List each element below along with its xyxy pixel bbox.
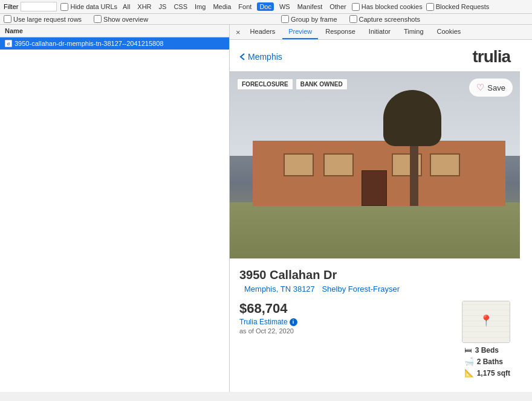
- property-image: FORECLOSURE BANK OWNED ♡ Save: [230, 71, 520, 258]
- close-detail-btn[interactable]: ×: [233, 26, 243, 39]
- property-badges: FORECLOSURE BANK OWNED: [237, 79, 348, 90]
- house-window-4: [430, 153, 460, 176]
- trulia-logo: trulia: [473, 47, 510, 66]
- large-rows-label[interactable]: Use large request rows: [4, 15, 82, 23]
- panel-header: Name: [0, 25, 229, 37]
- filter-doc-btn[interactable]: Doc: [257, 2, 274, 11]
- hide-data-urls-label[interactable]: Hide data URLs: [60, 3, 117, 11]
- filter-label: Filter: [4, 3, 18, 10]
- tabs-bar: × Headers Preview Response Initiator Tim…: [230, 25, 532, 40]
- bed-icon: 🛏: [464, 345, 472, 354]
- left-panel: Name d 3950-callahan-dr-memphis-tn-38127…: [0, 25, 230, 392]
- has-blocked-cookies-label[interactable]: Has blocked cookies: [352, 3, 423, 11]
- filter-font-btn[interactable]: Font: [236, 2, 253, 11]
- filter-js-btn[interactable]: JS: [157, 2, 169, 11]
- has-blocked-cookies-checkbox[interactable]: [352, 3, 360, 11]
- hide-data-urls-checkbox[interactable]: [60, 3, 68, 11]
- house-window-1: [284, 153, 314, 176]
- estimate-date: as of Oct 22, 2020: [239, 327, 457, 335]
- filter-xhr-btn[interactable]: XHR: [135, 2, 153, 11]
- tab-initiator[interactable]: Initiator: [363, 25, 397, 39]
- chevron-left-icon: [239, 53, 245, 61]
- details-grid: $68,704 Trulia Estimate i as of Oct 22, …: [239, 301, 510, 377]
- filter-manifest-btn[interactable]: Manifest: [296, 2, 325, 11]
- sqft-item: 📐 1,175 sqft: [464, 368, 510, 377]
- trulia-nav: Memphis trulia: [230, 40, 520, 71]
- show-overview-checkbox[interactable]: [94, 15, 102, 23]
- group-by-frame-checkbox[interactable]: [281, 15, 289, 23]
- toolbar-row2: Use large request rows Show overview Gro…: [0, 14, 532, 25]
- blocked-requests-label[interactable]: Blocked Requests: [426, 3, 490, 11]
- ground: [230, 202, 520, 258]
- filter-other-btn[interactable]: Other: [328, 2, 348, 11]
- filter-ws-btn[interactable]: WS: [277, 2, 292, 11]
- beds-item: 🛏 3 Beds: [464, 345, 510, 354]
- filter-all-btn[interactable]: All: [121, 2, 132, 11]
- property-city-row: Memphis, TN 38127 Shelby Forest-Frayser: [239, 284, 510, 294]
- save-button[interactable]: ♡ Save: [469, 79, 513, 97]
- trulia-estimate-link[interactable]: Trulia Estimate i: [239, 318, 457, 326]
- blocked-requests-checkbox[interactable]: [426, 3, 434, 11]
- trulia-back-btn[interactable]: Memphis: [239, 52, 282, 62]
- bath-icon: 🛁: [464, 357, 474, 366]
- map-pin-icon: 📍: [479, 314, 493, 327]
- filter-area: Filter: [4, 2, 57, 11]
- right-details: 📍 🛏 3 Beds 🛁 2 Baths: [462, 301, 510, 377]
- property-details: 3950 Callahan Dr Memphis, TN 38127 Shelb…: [230, 258, 520, 387]
- filter-img-btn[interactable]: Img: [193, 2, 207, 11]
- heart-icon: ♡: [476, 82, 484, 93]
- bed-bath-row: 🛏 3 Beds 🛁 2 Baths 📐 1,175 sqft: [464, 345, 510, 377]
- badge-bank-owned: BANK OWNED: [296, 79, 348, 90]
- right-panel: × Headers Preview Response Initiator Tim…: [230, 25, 532, 392]
- tree-top: [383, 90, 441, 146]
- doc-icon: d: [5, 40, 12, 47]
- tab-preview[interactable]: Preview: [282, 25, 318, 39]
- filter-css-btn[interactable]: CSS: [172, 2, 189, 11]
- show-overview-label[interactable]: Show overview: [94, 15, 148, 23]
- house-door: [362, 170, 387, 207]
- house-scene: [230, 71, 520, 258]
- preview-content: Memphis trulia: [230, 40, 532, 392]
- capture-screenshots-checkbox[interactable]: [349, 15, 357, 23]
- tab-response[interactable]: Response: [319, 25, 362, 39]
- tree-trunk: [410, 141, 418, 207]
- capture-screenshots-label[interactable]: Capture screenshots: [349, 15, 421, 23]
- badge-foreclosure: FORECLOSURE: [237, 79, 293, 90]
- large-rows-checkbox[interactable]: [4, 15, 11, 23]
- map-thumbnail[interactable]: 📍: [462, 301, 510, 343]
- tab-cookies[interactable]: Cookies: [431, 25, 467, 39]
- info-icon: i: [290, 318, 297, 326]
- toolbar-row1: Filter Hide data URLs All XHR JS CSS Img…: [0, 0, 532, 14]
- property-image-bg: [230, 71, 520, 258]
- group-by-frame-label[interactable]: Group by frame: [281, 15, 337, 23]
- property-address: 3950 Callahan Dr: [239, 268, 510, 282]
- tab-timing[interactable]: Timing: [398, 25, 430, 39]
- tab-headers[interactable]: Headers: [244, 25, 282, 39]
- trulia-page: Memphis trulia: [230, 40, 520, 387]
- main-layout: Name d 3950-callahan-dr-memphis-tn-38127…: [0, 25, 532, 392]
- left-details: $68,704 Trulia Estimate i as of Oct 22, …: [239, 301, 457, 335]
- property-price: $68,704: [239, 301, 457, 316]
- filter-input[interactable]: [21, 2, 57, 11]
- sqft-icon: 📐: [464, 368, 474, 377]
- neighborhood-link[interactable]: Shelby Forest-Frayser: [322, 284, 400, 294]
- network-item-name: 3950-callahan-dr-memphis-tn-38127--20412…: [15, 40, 163, 47]
- filter-media-btn[interactable]: Media: [211, 2, 233, 11]
- house-body: [253, 141, 505, 207]
- network-item[interactable]: d 3950-callahan-dr-memphis-tn-38127--204…: [0, 37, 229, 50]
- baths-item: 🛁 2 Baths: [464, 357, 510, 366]
- house-window-2: [323, 153, 354, 176]
